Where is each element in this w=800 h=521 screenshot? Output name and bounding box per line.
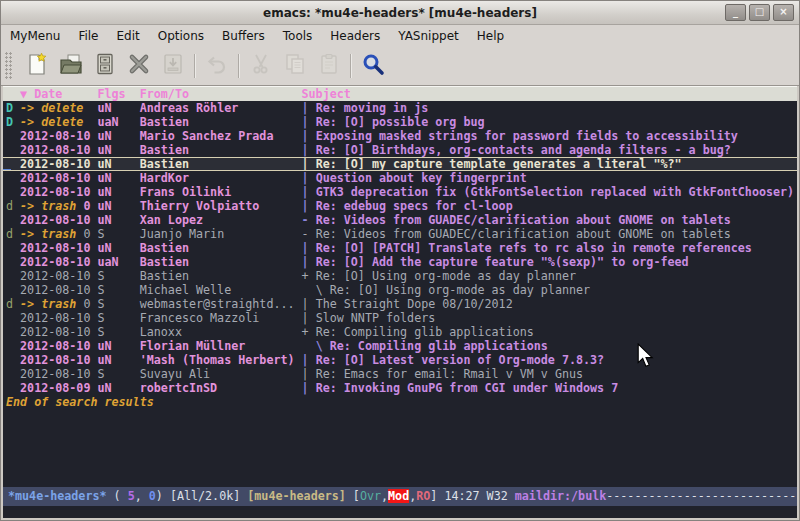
file-cabinet-button[interactable] bbox=[88, 50, 122, 82]
message-date: 2012-08-10 bbox=[20, 129, 97, 143]
mark-indicator: d bbox=[6, 297, 20, 311]
thread-indicator: | bbox=[302, 143, 316, 157]
message-row[interactable]: 2012-08-10 uN 'Mash (Thomas Herbert) | R… bbox=[3, 353, 797, 367]
message-row[interactable]: 2012-08-10 uN Bastien | Re: [O] Birthday… bbox=[3, 143, 797, 157]
message-subject: Slow NNTP folders bbox=[316, 311, 436, 325]
search-icon bbox=[361, 52, 385, 80]
message-list: D -> delete uN Andreas Röhler | Re: movi… bbox=[3, 101, 797, 395]
thread-indicator: | bbox=[302, 129, 316, 143]
window-buttons: _□× bbox=[725, 4, 794, 21]
message-flags: S bbox=[97, 311, 139, 325]
message-row[interactable]: 2012-08-10 uN Xan Lopez - Re: Videos fro… bbox=[3, 213, 797, 227]
menu-item-file[interactable]: File bbox=[78, 29, 98, 43]
message-date: 2012-08-10 bbox=[20, 171, 97, 185]
mark-indicator bbox=[6, 269, 20, 283]
menu-item-help[interactable]: Help bbox=[477, 29, 504, 43]
thread-indicator: + bbox=[302, 269, 316, 283]
menu-item-mymenu[interactable]: MyMenu bbox=[10, 29, 60, 43]
menu-item-headers[interactable]: Headers bbox=[330, 29, 380, 43]
message-row[interactable]: 2012-08-10 S Lanoxx + Re: Compiling glib… bbox=[3, 325, 797, 339]
mode-line: *mu4e-headers* ( 5, 0) [All/2.0k] [mu4e-… bbox=[3, 487, 797, 506]
search-button[interactable] bbox=[356, 50, 390, 82]
thread-indicator: | bbox=[302, 101, 316, 115]
column-headers: ▼ Date Flgs From/To Subject bbox=[3, 87, 797, 101]
toolbar-separator bbox=[194, 54, 196, 78]
message-row[interactable]: d -> trash 0 S webmaster@straightd... | … bbox=[3, 297, 797, 311]
message-row[interactable]: 2012-08-09 uN robertcInSD | Re: Invoking… bbox=[3, 381, 797, 395]
echo-area bbox=[3, 506, 797, 518]
message-flags: S bbox=[98, 297, 140, 311]
toolbar-separator bbox=[350, 54, 352, 78]
message-from: Michael Welle bbox=[140, 283, 302, 297]
mark-action-count: 0 bbox=[76, 227, 97, 241]
message-from: Mario Sanchez Prada bbox=[140, 129, 302, 143]
message-subject: Re: Compiling glib applications bbox=[330, 339, 548, 353]
message-row[interactable]: 2012-08-10 uN HardKor | Question about k… bbox=[3, 171, 797, 185]
menu-item-tools[interactable]: Tools bbox=[283, 29, 313, 43]
close-button[interactable]: × bbox=[773, 4, 794, 21]
menu-item-edit[interactable]: Edit bbox=[117, 29, 140, 43]
menu-item-options[interactable]: Options bbox=[158, 29, 204, 43]
modeline-segment: ] bbox=[430, 489, 444, 503]
message-subject: Re: edebug specs for cl-loop bbox=[316, 199, 513, 213]
close-buffer-button[interactable] bbox=[122, 50, 156, 82]
mark-indicator: d bbox=[6, 227, 20, 241]
open-file-button[interactable] bbox=[54, 50, 88, 82]
modeline-segment: RO bbox=[416, 489, 430, 503]
message-row[interactable]: D -> delete uN Andreas Röhler | Re: movi… bbox=[3, 101, 797, 115]
message-flags: uaN bbox=[97, 255, 139, 269]
message-row[interactable]: 2012-08-10 S Bastien + Re: [O] Using org… bbox=[3, 269, 797, 283]
message-row[interactable]: 2012-08-10 uN Bastien | Re: [O] [PATCH] … bbox=[3, 241, 797, 255]
minimize-button[interactable]: _ bbox=[725, 4, 746, 21]
file-cabinet-icon bbox=[93, 52, 117, 80]
mark-indicator bbox=[6, 353, 20, 367]
message-date: 2012-08-10 bbox=[20, 255, 97, 269]
message-from: Suvayu Ali bbox=[140, 367, 302, 381]
message-flags: uN bbox=[98, 199, 140, 213]
mark-action-label: -> trash bbox=[20, 227, 76, 241]
modeline-segment: , bbox=[135, 489, 149, 503]
message-row[interactable]: 2012-08-10 S Suvayu Ali | Re: Emacs for … bbox=[3, 367, 797, 381]
menu-item-yasnippet[interactable]: YASnippet bbox=[398, 29, 459, 43]
message-row[interactable]: 2012-08-10 uN Bastien | Re: [O] my captu… bbox=[3, 157, 797, 171]
modeline-segment: maildir:/bulk bbox=[515, 489, 606, 503]
maximize-button[interactable]: □ bbox=[749, 4, 770, 21]
toolbar-separator bbox=[238, 54, 240, 78]
mark-action-label: -> delete bbox=[20, 115, 83, 129]
mark-indicator bbox=[6, 213, 20, 227]
thread-indicator: | bbox=[302, 255, 316, 269]
message-row[interactable]: 2012-08-10 S Michael Welle \ Re: [O] Usi… bbox=[3, 283, 797, 297]
message-subject: Re: Videos from GUADEC/clarification abo… bbox=[316, 227, 731, 241]
message-from: HardKor bbox=[140, 171, 302, 185]
menu-item-buffers[interactable]: Buffers bbox=[222, 29, 265, 43]
thread-indicator: | bbox=[302, 353, 316, 367]
message-subject: Re: [O] my capture template generates a … bbox=[316, 157, 682, 171]
message-from: Bastien bbox=[140, 255, 302, 269]
message-from: Frans Oilinki bbox=[140, 185, 302, 199]
message-flags: S bbox=[97, 269, 139, 283]
modeline-segment: [All/2.0k] bbox=[170, 489, 247, 503]
new-file-button[interactable] bbox=[20, 50, 54, 82]
title-bar[interactable]: emacs: *mu4e-headers* [mu4e-headers] _□× bbox=[1, 1, 799, 25]
mark-indicator: d bbox=[6, 199, 20, 213]
message-row[interactable]: 2012-08-10 S Francesco Mazzoli | Slow NN… bbox=[3, 311, 797, 325]
message-row[interactable]: 2012-08-10 uN Florian Müllner \ Re: Comp… bbox=[3, 339, 797, 353]
message-subject: The Straight Dope 08/10/2012 bbox=[316, 297, 513, 311]
message-flags: S bbox=[97, 325, 139, 339]
mark-action-count: 0 bbox=[76, 199, 97, 213]
emacs-window: emacs: *mu4e-headers* [mu4e-headers] _□×… bbox=[0, 0, 800, 521]
message-row[interactable]: d -> trash 0 uN Thierry Volpiatto | Re: … bbox=[3, 199, 797, 213]
message-row[interactable]: d -> trash 0 S Juanjo Marin - Re: Videos… bbox=[3, 227, 797, 241]
thread-indicator: \ bbox=[302, 339, 330, 353]
message-row[interactable]: 2012-08-10 uN Frans Oilinki | GTK3 depre… bbox=[3, 185, 797, 199]
modeline-segment: [mu4e-headers] bbox=[247, 489, 346, 503]
toolbar-grip-handle[interactable] bbox=[5, 52, 13, 80]
mark-action-count bbox=[83, 115, 97, 129]
mark-indicator bbox=[6, 283, 20, 297]
message-subject: Re: [O] Birthdays, org-contacts and agen… bbox=[316, 143, 731, 157]
message-flags: uN bbox=[97, 143, 139, 157]
message-row[interactable]: D -> delete uaN Bastien | Re: [O] possib… bbox=[3, 115, 797, 129]
thread-indicator: | bbox=[302, 185, 316, 199]
message-row[interactable]: 2012-08-10 uN Mario Sanchez Prada | Expo… bbox=[3, 129, 797, 143]
message-row[interactable]: 2012-08-10 uaN Bastien | Re: [O] Add the… bbox=[3, 255, 797, 269]
